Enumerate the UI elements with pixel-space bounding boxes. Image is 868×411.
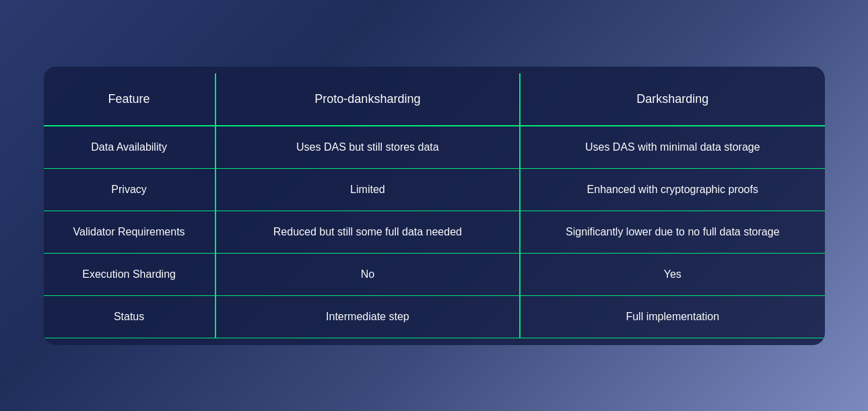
cell-proto-1: Limited xyxy=(215,168,520,211)
header-dark: Darksharding xyxy=(520,73,824,126)
header-feature: Feature xyxy=(44,73,215,126)
cell-dark-2: Significantly lower due to no full data … xyxy=(520,211,824,253)
cell-dark-1: Enhanced with cryptographic proofs xyxy=(520,168,824,211)
cell-dark-4: Full implementation xyxy=(520,295,824,338)
cell-proto-0: Uses DAS but still stores data xyxy=(215,126,520,169)
cell-feature-0: Data Availability xyxy=(44,126,215,169)
cell-proto-2: Reduced but still some full data needed xyxy=(215,211,520,253)
comparison-table: Feature Proto-danksharding Darksharding … xyxy=(44,73,825,338)
cell-dark-3: Yes xyxy=(520,253,824,295)
table-row: Execution ShardingNoYes xyxy=(44,253,825,295)
cell-dark-0: Uses DAS with minimal data storage xyxy=(520,126,824,169)
cell-proto-4: Intermediate step xyxy=(215,295,520,338)
cell-proto-3: No xyxy=(215,253,520,295)
cell-feature-3: Execution Sharding xyxy=(44,253,215,295)
table-row: Validator RequirementsReduced but still … xyxy=(44,211,825,253)
table-header-row: Feature Proto-danksharding Darksharding xyxy=(44,73,825,126)
cell-feature-4: Status xyxy=(44,295,215,338)
table-row: Data AvailabilityUses DAS but still stor… xyxy=(44,126,825,169)
cell-feature-1: Privacy xyxy=(44,168,215,211)
header-proto: Proto-danksharding xyxy=(215,73,520,126)
cell-feature-2: Validator Requirements xyxy=(44,211,215,253)
table-row: PrivacyLimitedEnhanced with cryptographi… xyxy=(44,168,825,211)
table-row: StatusIntermediate stepFull implementati… xyxy=(44,295,825,338)
comparison-table-container: Feature Proto-danksharding Darksharding … xyxy=(44,67,825,345)
